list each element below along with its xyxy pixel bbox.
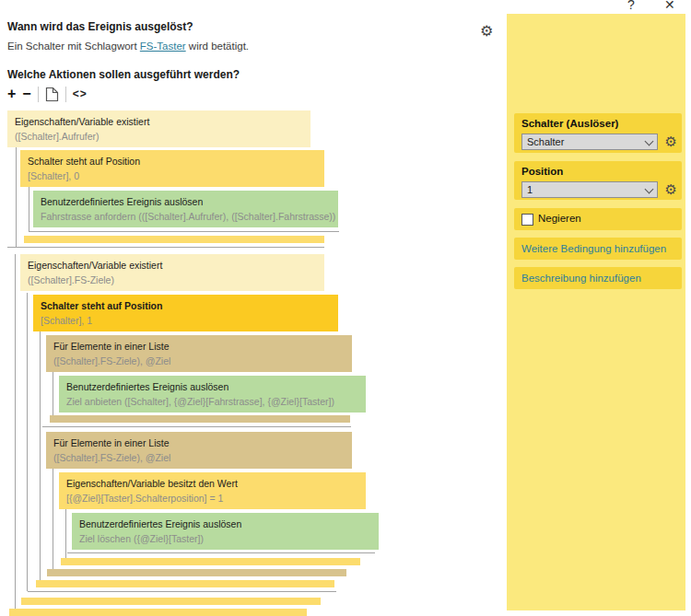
- block-closing-bar: [21, 598, 321, 605]
- close-button[interactable]: ✕: [664, 0, 675, 12]
- tree-connector-line: [53, 469, 53, 569]
- schalter-gear-icon[interactable]: ⚙: [665, 133, 677, 151]
- trigger-sentence: Ein Schalter mit Schlagwort FS-Taster wi…: [7, 41, 249, 52]
- block-subtitle: [Schalter], 0: [28, 169, 317, 183]
- tree-connector-line: [15, 254, 16, 609]
- block-title: Für Elemente in einer Liste: [53, 436, 345, 450]
- negate-row: Negieren: [514, 208, 682, 230]
- block-subtitle: Ziel löschen ({@Ziel}[Taster]): [79, 531, 371, 546]
- block-closing-bar: [24, 236, 324, 243]
- block-subtitle: Ziel anbieten ([Schalter], {@Ziel}[Fahrs…: [66, 394, 358, 409]
- tree-separator-line: [29, 231, 339, 232]
- tree-connector-line: [53, 372, 53, 415]
- tree-separator-line: [7, 247, 324, 248]
- negate-label: Negieren: [538, 213, 581, 224]
- toolbar-divider: [65, 87, 66, 102]
- schalter-dropdown[interactable]: Schalter: [521, 134, 658, 150]
- condition-block-variable-wert[interactable]: Eigenschaften/Variable besitzt den Wert …: [59, 472, 366, 509]
- condition-block-schalter-position-1-selected[interactable]: Schalter steht auf Position [Schalter], …: [33, 295, 338, 331]
- block-title: Eigenschaften/Variable existiert: [28, 259, 317, 273]
- block-closing-bar: [47, 569, 346, 576]
- block-subtitle: [{@Ziel}[Taster].Schalterposition] = 1: [66, 491, 358, 506]
- loop-block-fuer-elemente-2[interactable]: Für Elemente in einer Liste ([Schalter].…: [46, 432, 352, 469]
- chevron-down-icon: [645, 185, 654, 194]
- block-subtitle: ([Schalter].Aufrufer): [15, 129, 303, 144]
- condition-block-variable-exists-aufrufer[interactable]: Eigenschaften/Variable existiert ([Schal…: [7, 110, 310, 147]
- loop-block-fuer-elemente-1[interactable]: Für Elemente in einer Liste ([Schalter].…: [46, 335, 352, 372]
- remove-action-button[interactable]: −: [22, 86, 30, 102]
- trigger-gear-icon[interactable]: ⚙: [480, 22, 493, 40]
- trigger-sentence-prefix: Ein Schalter mit Schlagwort: [7, 41, 140, 52]
- action-block-ziel-loeschen[interactable]: Benutzerdefiniertes Ereignis auslösen Zi…: [72, 513, 379, 550]
- add-condition-link[interactable]: Weitere Bedingung hinzufügen: [521, 243, 666, 254]
- block-closing-bar: [36, 580, 334, 587]
- block-subtitle: [Schalter], 1: [41, 313, 331, 328]
- tree-connector-line: [27, 293, 28, 591]
- add-condition-row: Weitere Bedingung hinzufügen: [514, 238, 682, 260]
- field-label: Position: [521, 166, 563, 177]
- position-gear-icon[interactable]: ⚙: [665, 180, 677, 199]
- block-subtitle: Fahrstrasse anfordern (([Schalter].Aufru…: [41, 209, 331, 224]
- block-closing-bar: [61, 558, 360, 565]
- trigger-question-heading: Wann wird das Ereignis ausgelöst?: [7, 20, 193, 33]
- block-subtitle: ([Schalter].FS-Ziele), @Ziel: [53, 354, 345, 368]
- block-subtitle: ([Schalter].FS-Ziele): [28, 273, 317, 287]
- field-position: Position 1 ⚙: [514, 161, 682, 200]
- code-view-button[interactable]: <>: [73, 87, 88, 100]
- block-closing-bar: [9, 609, 307, 616]
- tree-connector-line: [29, 187, 29, 231]
- dropdown-value: 1: [527, 184, 533, 195]
- block-title: Benutzerdefiniertes Ereignis auslösen: [66, 380, 358, 394]
- tree-connector-line: [40, 331, 41, 580]
- properties-panel: Schalter (Auslöser) Schalter ⚙ Position …: [507, 14, 685, 610]
- block-title: Für Elemente in einer Liste: [53, 340, 345, 354]
- tree-separator-line: [28, 591, 336, 592]
- trigger-sentence-suffix: wird betätigt.: [186, 41, 249, 52]
- add-description-link[interactable]: Beschreibung hinzufügen: [521, 273, 641, 284]
- negate-checkbox[interactable]: [521, 214, 533, 226]
- actions-question-heading: Welche Aktionen sollen ausgeführt werden…: [7, 68, 240, 81]
- add-action-button[interactable]: +: [7, 86, 16, 102]
- block-title: Benutzerdefiniertes Ereignis auslösen: [41, 195, 331, 209]
- condition-block-variable-exists-fs-ziele[interactable]: Eigenschaften/Variable existiert ([Schal…: [20, 254, 324, 291]
- help-button[interactable]: ?: [627, 0, 635, 12]
- field-schalter-ausloeser: Schalter (Auslöser) Schalter ⚙: [514, 113, 682, 153]
- tree-separator-line: [42, 426, 351, 427]
- tree-connector-line: [16, 147, 17, 247]
- keyword-link[interactable]: FS-Taster: [140, 41, 186, 52]
- copy-document-icon[interactable]: [45, 87, 59, 102]
- tree-connector-line: [65, 509, 66, 558]
- block-title: Schalter steht auf Position: [28, 155, 317, 169]
- block-subtitle: ([Schalter].FS-Ziele), @Ziel: [53, 450, 345, 465]
- block-title: Eigenschaften/Variable existiert: [15, 115, 303, 129]
- actions-toolbar: + − <>: [7, 85, 88, 103]
- tree-separator-line: [67, 552, 375, 553]
- block-title: Eigenschaften/Variable besitzt den Wert: [66, 477, 358, 491]
- action-block-ziel-anbieten[interactable]: Benutzerdefiniertes Ereignis auslösen Zi…: [59, 376, 366, 413]
- chevron-down-icon: [645, 137, 654, 146]
- block-title: Schalter steht auf Position: [41, 299, 331, 313]
- toolbar-divider: [38, 87, 39, 102]
- block-closing-bar: [50, 415, 350, 423]
- add-description-row: Beschreibung hinzufügen: [514, 267, 682, 289]
- field-label: Schalter (Auslöser): [521, 118, 618, 129]
- block-title: Benutzerdefiniertes Ereignis auslösen: [79, 517, 371, 531]
- position-dropdown[interactable]: 1: [521, 181, 658, 198]
- dropdown-value: Schalter: [527, 136, 564, 147]
- event-editor-dialog: ? ✕ Wann wird das Ereignis ausgelöst? ⚙ …: [0, 0, 691, 616]
- condition-block-schalter-position-0[interactable]: Schalter steht auf Position [Schalter], …: [20, 150, 324, 187]
- action-block-fahrstrasse-anfordern[interactable]: Benutzerdefiniertes Ereignis auslösen Fa…: [33, 191, 338, 227]
